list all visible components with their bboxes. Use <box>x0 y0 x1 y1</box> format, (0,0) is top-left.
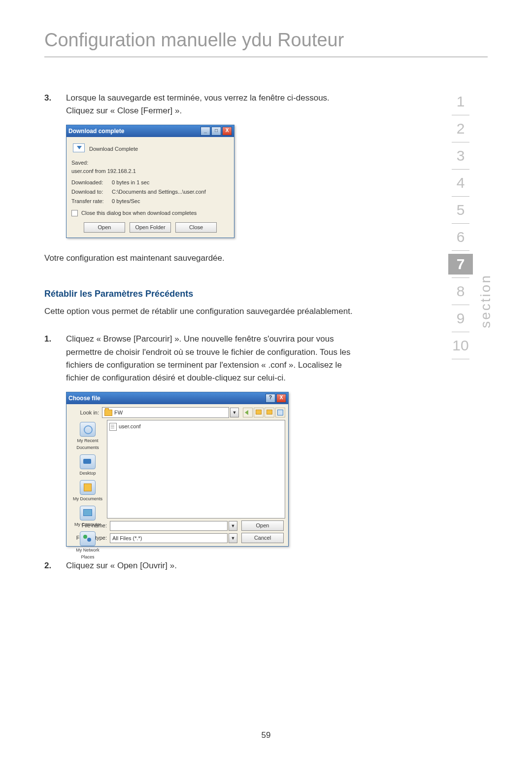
lookin-dropdown[interactable]: FW <box>102 407 229 418</box>
step-3-number: 3. <box>44 92 66 118</box>
place-recent[interactable]: My Recent Documents <box>71 422 104 451</box>
file-item[interactable]: user.conf <box>109 422 283 431</box>
main-content: 3. Lorsque la sauvegarde est terminée, v… <box>44 92 360 573</box>
dialog-title: Download complete <box>68 127 200 136</box>
title-divider <box>44 57 488 57</box>
restore-description: Cette option vous permet de rétablir une… <box>44 305 360 318</box>
section-nav-4[interactable]: 4 <box>448 173 473 193</box>
download-icon <box>71 142 85 156</box>
dialog-titlebar[interactable]: Choose file ? X <box>66 392 288 405</box>
close-button[interactable]: X <box>222 127 232 136</box>
dialog-title: Choose file <box>68 394 265 403</box>
choose-file-dialog: Choose file ? X Look in: FW ▼ <box>66 392 289 547</box>
lookin-label: Look in: <box>69 409 102 417</box>
step-1-number: 1. <box>44 333 66 384</box>
section-nav-1[interactable]: 1 <box>448 91 473 112</box>
new-folder-icon[interactable] <box>265 408 274 417</box>
maximize-button[interactable]: □ <box>211 127 221 136</box>
filename-input[interactable] <box>110 521 228 531</box>
restore-subtitle: Rétablir les Paramètres Précédents <box>44 287 360 301</box>
open-button[interactable]: Open <box>84 222 125 233</box>
section-label: section <box>478 274 494 328</box>
saved-confirmation-text: Votre configuration est maintenant sauve… <box>44 252 360 265</box>
documents-icon <box>80 480 96 495</box>
rate-value: 0 bytes/Sec <box>112 197 140 206</box>
lookin-value: FW <box>114 409 123 417</box>
dialog-heading: Download Complete <box>89 145 138 153</box>
page-title: Configuration manuelle ydu Routeur <box>44 30 488 51</box>
section-nav-10[interactable]: 10 <box>448 335 473 356</box>
section-nav: 1 2 3 4 5 6 7 8 9 10 <box>448 91 473 362</box>
saved-label: Saved: <box>71 159 229 167</box>
section-nav-5[interactable]: 5 <box>448 200 473 220</box>
minimize-button[interactable]: _ <box>200 127 210 136</box>
section-nav-2[interactable]: 2 <box>448 118 473 139</box>
section-nav-7[interactable]: 7 <box>448 254 473 275</box>
page-number: 59 <box>0 730 532 740</box>
dialog-titlebar[interactable]: Download complete _ □ X <box>66 125 234 138</box>
step-3-text: Lorsque la sauvegarde est terminée, vous… <box>66 92 360 118</box>
filename-label: File name: <box>69 521 110 530</box>
folder-icon <box>104 410 112 416</box>
step-1: 1. Cliquez « Browse [Parcourir] ». Une n… <box>44 333 360 384</box>
file-icon <box>109 423 117 431</box>
back-icon[interactable] <box>243 408 253 417</box>
place-documents[interactable]: My Documents <box>71 480 104 503</box>
close-when-done-label: Close this dialog box when download comp… <box>81 210 197 216</box>
downloaded-label: Downloaded: <box>71 178 112 187</box>
computer-icon <box>80 506 96 520</box>
step-2-text: Cliquez sur « Open [Ouvrir] ». <box>66 559 360 572</box>
section-nav-3[interactable]: 3 <box>448 145 473 166</box>
network-icon <box>80 531 96 546</box>
open-folder-button[interactable]: Open Folder <box>130 222 171 233</box>
step-1-text: Cliquez « Browse [Parcourir] ». Une nouv… <box>66 333 360 384</box>
document-page: Configuration manuelle ydu Routeur 1 2 3… <box>0 0 532 760</box>
dropdown-arrow-icon[interactable]: ▼ <box>230 408 239 417</box>
cancel-button[interactable]: Cancel <box>241 533 284 543</box>
open-button[interactable]: Open <box>241 520 284 531</box>
place-desktop[interactable]: Desktop <box>71 454 104 477</box>
step-2-number: 2. <box>44 559 66 572</box>
file-list[interactable]: user.conf <box>107 420 285 518</box>
dropdown-arrow-icon[interactable]: ▼ <box>229 521 237 531</box>
up-folder-icon[interactable] <box>254 408 264 417</box>
recent-icon <box>80 422 96 437</box>
rate-label: Transfer rate: <box>71 197 112 206</box>
downloaded-value: 0 bytes in 1 sec <box>112 178 149 187</box>
filetype-select[interactable]: All Files (*.*) <box>110 533 228 543</box>
step-3: 3. Lorsque la sauvegarde est terminée, v… <box>44 92 360 118</box>
step-2: 2. Cliquez sur « Open [Ouvrir] ». <box>44 559 360 572</box>
close-dialog-button[interactable]: Close <box>175 222 217 233</box>
close-when-done-checkbox[interactable] <box>71 210 78 216</box>
views-icon[interactable] <box>275 408 285 417</box>
section-nav-8[interactable]: 8 <box>448 281 473 302</box>
help-button[interactable]: ? <box>266 394 275 403</box>
saved-value: user.conf from 192.168.2.1 <box>71 167 229 175</box>
dropdown-arrow-icon[interactable]: ▼ <box>229 533 237 543</box>
downloadto-label: Download to: <box>71 188 112 196</box>
section-nav-9[interactable]: 9 <box>448 308 473 329</box>
desktop-icon <box>80 454 96 469</box>
downloadto-value: C:\Documents and Settings...\user.conf <box>112 188 206 196</box>
file-name: user.conf <box>119 422 141 431</box>
places-bar: My Recent Documents Desktop My Documents… <box>69 420 106 518</box>
download-complete-dialog: Download complete _ □ X Download Complet… <box>66 125 234 238</box>
section-nav-6[interactable]: 6 <box>448 227 473 247</box>
close-button[interactable]: X <box>276 394 286 403</box>
